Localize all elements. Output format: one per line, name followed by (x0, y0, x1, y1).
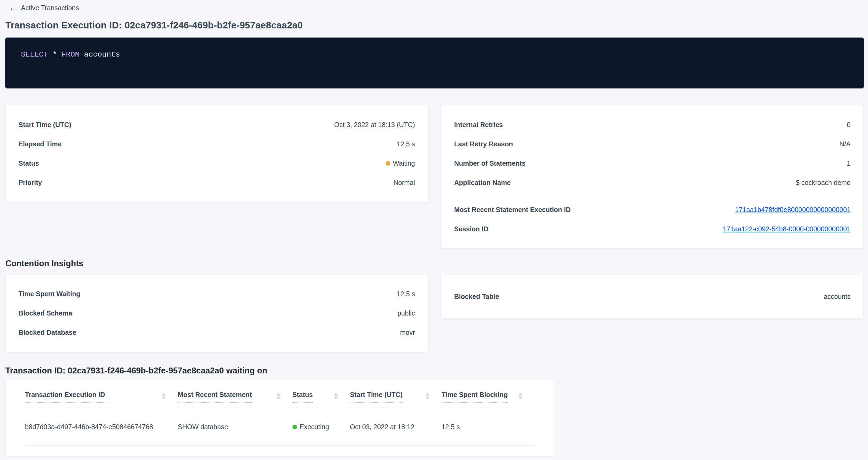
column-header-label: Status (292, 391, 313, 403)
sql-text: * (48, 51, 61, 59)
blocked-table-row: Blocked Table accounts (454, 287, 850, 306)
waiting-on-heading: Transaction ID: 02ca7931-f246-469b-b2fe-… (5, 366, 864, 375)
contention-waiting-card: Time Spent Waiting 12.5 s Blocked Schema… (5, 274, 428, 352)
blocked-schema-label: Blocked Schema (19, 309, 72, 317)
elapsed-time-label: Elapsed Time (19, 140, 62, 148)
sql-statement: SELECT * FROM accounts (21, 51, 120, 59)
waiting-transactions-table: Transaction Execution ID Most Recent Sta… (5, 380, 554, 456)
contention-blocked-table-card: Blocked Table accounts (441, 274, 864, 319)
priority-value: Normal (393, 179, 415, 187)
statement-execution-id-label: Most Recent Statement Execution ID (454, 206, 571, 214)
blocked-database-label: Blocked Database (19, 329, 76, 336)
status-text: Waiting (393, 159, 415, 167)
session-id-label: Session ID (454, 225, 488, 233)
contention-insights-heading: Contention Insights (5, 259, 864, 268)
column-header-start-time[interactable]: Start Time (UTC) (350, 391, 441, 403)
cell-most-recent-statement: SHOW database (178, 423, 292, 431)
status-text: Executing (300, 423, 329, 431)
column-header-most-recent-statement[interactable]: Most Recent Statement (178, 391, 292, 403)
elapsed-time-value: 12.5 s (397, 140, 415, 148)
column-header-label: Transaction Execution ID (25, 391, 105, 403)
blocked-table-value: accounts (824, 293, 850, 301)
sort-icon (426, 393, 430, 399)
application-name-value: $ cockroach demo (796, 179, 850, 187)
session-id-link[interactable]: 171aa122-c092-54b8-0000-000000000001 (723, 225, 850, 233)
page-title: Transaction Execution ID: 02ca7931-f246-… (5, 20, 864, 31)
cell-transaction-execution-id: b8d7d03a-d497-446b-8474-e50846674768 (25, 423, 178, 431)
back-to-active-transactions-link[interactable]: ← Active Transactions (9, 4, 79, 12)
priority-label: Priority (19, 179, 42, 187)
column-header-time-spent-blocking[interactable]: Time Spent Blocking (441, 391, 534, 403)
summary-cards-row: Start Time (UTC) Oct 3, 2022 at 18:13 (U… (5, 105, 864, 248)
blocked-table-label: Blocked Table (454, 293, 499, 301)
transaction-timing-card: Start Time (UTC) Oct 3, 2022 at 18:13 (U… (5, 105, 428, 202)
transaction-details-page: ← Active Transactions Transaction Execut… (0, 0, 868, 460)
sort-icon (334, 393, 338, 399)
start-time-row: Start Time (UTC) Oct 3, 2022 at 18:13 (U… (19, 115, 415, 134)
contention-cards-row: Time Spent Waiting 12.5 s Blocked Schema… (5, 274, 864, 352)
card-divider (454, 196, 850, 196)
sort-icon (518, 393, 523, 399)
statement-execution-id-row: Most Recent Statement Execution ID 171aa… (454, 200, 850, 219)
time-spent-waiting-row: Time Spent Waiting 12.5 s (19, 284, 415, 303)
back-label: Active Transactions (21, 4, 79, 12)
statement-execution-id-link[interactable]: 171aa1b478fdf0e80000000000000001 (735, 206, 850, 214)
internal-retries-row: Internal Retries 0 (454, 115, 850, 134)
internal-retries-value: 0 (847, 121, 850, 129)
sql-keyword: SELECT (21, 51, 48, 59)
sort-icon (162, 393, 166, 399)
blocked-schema-value: public (398, 309, 415, 317)
last-retry-reason-label: Last Retry Reason (454, 140, 513, 148)
sql-statement-box: SELECT * FROM accounts (5, 37, 864, 88)
status-row: Status Waiting (19, 154, 415, 173)
blocked-database-value: movr (400, 329, 415, 336)
column-header-label: Start Time (UTC) (350, 391, 403, 403)
application-name-label: Application Name (454, 179, 511, 187)
status-value: Waiting (386, 159, 415, 167)
application-name-row: Application Name $ cockroach demo (454, 173, 850, 192)
cell-status: Executing (292, 423, 350, 431)
blocked-database-row: Blocked Database movr (19, 323, 415, 342)
table-row[interactable]: b8d7d03a-d497-446b-8474-e50846674768 SHO… (25, 408, 534, 446)
blocked-schema-row: Blocked Schema public (19, 303, 415, 323)
time-spent-waiting-value: 12.5 s (397, 290, 415, 298)
column-header-status[interactable]: Status (292, 391, 350, 403)
cell-time-spent-blocking: 12.5 s (441, 423, 534, 431)
cell-start-time: Oct 03, 2022 at 18:12 (350, 423, 441, 431)
elapsed-time-row: Elapsed Time 12.5 s (19, 134, 415, 154)
last-retry-reason-row: Last Retry Reason N/A (454, 134, 850, 154)
number-of-statements-value: 1 (847, 159, 850, 167)
sql-table-name: accounts (79, 51, 120, 59)
column-header-transaction-execution-id[interactable]: Transaction Execution ID (25, 391, 178, 403)
time-spent-waiting-label: Time Spent Waiting (19, 290, 81, 298)
priority-row: Priority Normal (19, 173, 415, 192)
table-header-row: Transaction Execution ID Most Recent Sta… (25, 387, 534, 408)
sort-icon (276, 393, 281, 399)
status-waiting-dot (386, 161, 390, 166)
transaction-meta-card: Internal Retries 0 Last Retry Reason N/A… (441, 105, 864, 248)
status-executing-dot (292, 425, 297, 429)
number-of-statements-row: Number of Statements 1 (454, 154, 850, 173)
sql-keyword: FROM (61, 51, 79, 59)
status-label: Status (19, 159, 39, 167)
session-id-row: Session ID 171aa122-c092-54b8-0000-00000… (454, 219, 850, 239)
start-time-value: Oct 3, 2022 at 18:13 (UTC) (334, 121, 415, 129)
top-navigation: ← Active Transactions (0, 0, 868, 13)
number-of-statements-label: Number of Statements (454, 159, 526, 167)
internal-retries-label: Internal Retries (454, 121, 503, 129)
column-header-label: Time Spent Blocking (441, 391, 508, 403)
arrow-left-icon: ← (9, 4, 17, 12)
last-retry-reason-value: N/A (839, 140, 850, 148)
column-header-label: Most Recent Statement (178, 391, 252, 403)
start-time-label: Start Time (UTC) (19, 121, 71, 129)
